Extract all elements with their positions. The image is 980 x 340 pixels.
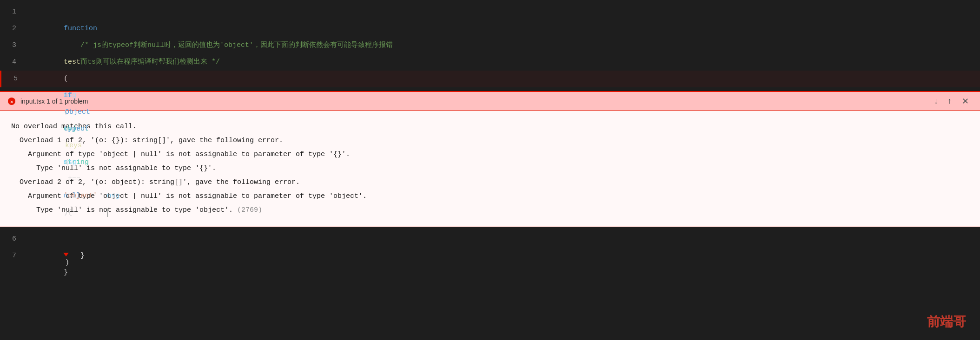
method-keys: keys xyxy=(65,142,82,150)
code-line-3: 3 而ts则可以在程序编译时帮我们检测出来 */ xyxy=(0,37,980,54)
param-msg3: msg xyxy=(107,192,119,200)
dot: . xyxy=(65,125,69,133)
code-line-6: 6 } xyxy=(0,231,980,248)
indent5 xyxy=(65,92,99,99)
code-line-5: 5 Object . keys ( msg ) xyxy=(0,71,980,87)
error-circle-icon: ✕ xyxy=(7,97,16,105)
editor-container: 1 function test ( msg : object | string … xyxy=(0,0,980,268)
line-number-7: 7 xyxy=(0,248,26,264)
object-keyword: Object xyxy=(65,108,90,116)
code-line-4: 4 if ( typeof msg === 'object' ){ xyxy=(0,54,980,71)
line-number-2: 2 xyxy=(0,20,26,37)
code-line-2: 2 /* js的typeof判断null时，返回的值也为'object'，因此下… xyxy=(0,20,980,37)
error-icon-svg: ✕ xyxy=(7,97,16,105)
code-line-7: 7 } xyxy=(0,248,980,264)
line-number-1: 1 xyxy=(0,4,26,20)
cursor-indicator xyxy=(107,209,108,217)
code-block-top: 1 function test ( msg : object | string … xyxy=(0,0,980,91)
line-number-6: 6 xyxy=(0,231,26,248)
svg-text:✕: ✕ xyxy=(10,99,13,105)
close-brace-outer: } xyxy=(64,268,68,276)
code-block-bottom: 6 } 7 } xyxy=(0,227,980,268)
code-line-1: 1 function test ( msg : object | string … xyxy=(0,4,980,20)
line-number-5: 5 xyxy=(1,71,27,87)
line-number-3: 3 xyxy=(0,37,26,54)
keys-paren-open: ( xyxy=(65,158,69,166)
watermark: 前端哥 xyxy=(927,313,966,331)
line-content-7: } xyxy=(26,248,980,298)
line-number-4: 4 xyxy=(0,54,26,71)
